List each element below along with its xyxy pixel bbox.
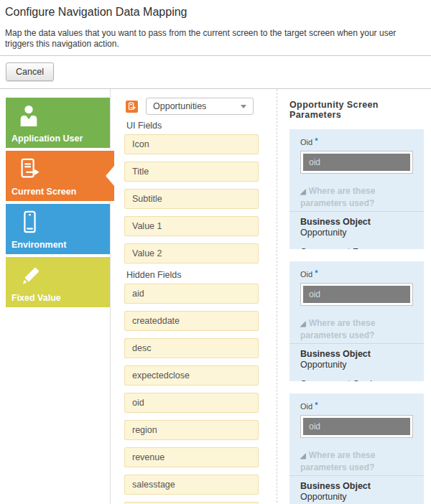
component-line: Component Card [300,379,413,381]
parameters-heading: Opportunity Screen Parameters [289,100,424,120]
field-chip-title[interactable]: Title [124,162,259,182]
collapsed-triangle-icon: ◢ [300,452,306,459]
source-tile-application-user[interactable]: Application User [6,98,110,148]
source-tile-current-screen[interactable]: Current Screen [6,151,114,201]
button-row: Cancel [0,56,431,88]
field-chip-expectedclose[interactable]: expectedclose [124,365,259,386]
card-divider [289,475,424,476]
page-header: Configure Navigation Data Mapping Map th… [0,0,431,50]
business-object-value: Opportunity [300,228,347,238]
source-tile-fixed-value[interactable]: Fixed Value [6,257,110,307]
parameter-label: Oid [300,138,312,146]
mapped-value[interactable]: oid [303,418,410,435]
parameter-label: Oid [300,402,312,411]
business-object-line: Business Object Opportunity [300,481,413,503]
screen-dropdown-value: Opportunities [153,101,206,111]
source-tile-label: Application User [11,134,83,144]
component-label: Component [300,379,350,381]
business-object-value: Opportunity [300,360,347,370]
parameter-label-row: Oid* [300,270,413,280]
collapsed-triangle-icon: ◢ [300,319,306,327]
chevron-down-icon [241,105,246,108]
field-chip-icon[interactable]: Icon [124,134,259,154]
business-object-line: Business Object Opportunity [300,217,413,238]
parameter-label-row: Oid* [300,402,413,412]
data-sources-column: Application User Current Screen [0,89,110,504]
field-chip-aid[interactable]: aid [124,284,259,304]
card-divider [289,211,424,212]
source-tile-label: Fixed Value [11,293,61,303]
screen-arrow-icon [17,157,42,185]
business-object-label: Business Object [300,481,371,491]
mapping-workspace: Application User Current Screen [0,89,431,504]
component-value: Form [353,247,374,249]
pencil-icon [17,263,42,291]
parameter-card: Oid* oid ◢Where are these parameters use… [289,261,424,381]
where-used-toggle[interactable]: ◢Where are these parameters used? [300,449,413,473]
required-asterisk: * [315,269,318,277]
field-chip-oid[interactable]: oid [124,393,259,413]
field-chip-salesstage[interactable]: salesstage [124,475,259,495]
field-chip-region[interactable]: region [124,420,259,440]
field-chip-subtitle[interactable]: Subtitle [124,189,259,209]
field-chip-value1[interactable]: Value 1 [124,216,259,236]
mapped-value[interactable]: oid [303,154,410,171]
parameter-card: Oid* oid ◢Where are these parameters use… [289,393,424,504]
mapped-value[interactable]: oid [303,286,410,303]
hidden-fields-heading: Hidden Fields [126,270,259,280]
card-divider [289,343,424,344]
ui-fields-heading: UI Fields [126,121,259,131]
screen-selector-row: Opportunities [124,98,259,115]
field-chip-value2[interactable]: Value 2 [124,243,259,263]
business-object-value: Opportunity [300,492,347,502]
page-description: Map the data values that you want to pas… [5,28,425,50]
business-object-label: Business Object [300,349,371,359]
screen-fields-column: Opportunities UI Fields Icon Title Subti… [110,89,277,504]
required-asterisk: * [315,401,318,409]
source-tile-environment[interactable]: Environment [6,204,110,254]
parameter-label-row: Oid* [300,138,413,148]
business-object-line: Business Object Opportunity [300,349,413,370]
field-chip-desc[interactable]: desc [124,338,259,358]
screen-parameters-column: Opportunity Screen Parameters Oid* oid ◢… [277,89,431,504]
source-tile-label: Environment [11,240,66,250]
screen-arrow-icon [126,101,138,113]
page-title: Configure Navigation Data Mapping [5,6,425,19]
screen-dropdown[interactable]: Opportunities [146,98,254,115]
mapping-drop-target[interactable]: oid [300,415,413,438]
source-tile-label: Current Screen [11,187,76,197]
where-used-label: Where are these parameters used? [300,450,375,472]
component-label: Component [300,247,350,249]
field-chip-revenue[interactable]: revenue [124,447,259,467]
component-value: Card [353,379,372,381]
business-object-label: Business Object [300,217,371,227]
parameter-card: Oid* oid ◢Where are these parameters use… [289,129,424,249]
where-used-toggle[interactable]: ◢Where are these parameters used? [300,317,413,341]
mapping-drop-target[interactable]: oid [300,151,413,174]
component-line: Component Form [300,247,413,249]
where-used-label: Where are these parameters used? [300,186,375,208]
where-used-toggle[interactable]: ◢Where are these parameters used? [300,185,413,209]
required-asterisk: * [315,136,318,145]
field-chip-createddate[interactable]: createddate [124,311,259,331]
where-used-label: Where are these parameters used? [300,318,375,340]
mapping-drop-target[interactable]: oid [300,283,413,306]
collapsed-triangle-icon: ◢ [300,187,306,195]
cancel-button[interactable]: Cancel [6,62,54,81]
smartphone-icon [17,210,42,238]
parameter-label: Oid [300,270,312,279]
user-icon [17,104,40,130]
